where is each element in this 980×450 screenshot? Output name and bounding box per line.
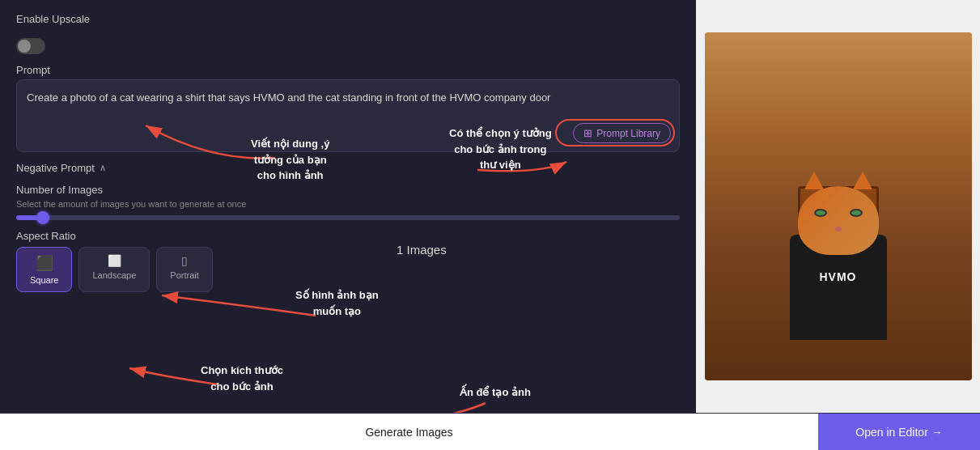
upscale-toggle-row [16,38,680,54]
open-editor-label: Open in Editor → [855,426,942,439]
toggle-knob [18,40,31,53]
landscape-icon: ⬜ [108,254,121,267]
upscale-toggle[interactable] [16,38,45,54]
negative-prompt-label: Negative Prompt [16,162,95,174]
generate-button[interactable]: Generate Images [0,414,818,450]
images-count-label: 1 Images [397,243,447,257]
cat-body: HVMO [782,178,895,340]
shirt-text: HVMO [820,270,857,283]
cat-head [798,186,879,255]
aspect-hint-text: Chọn kích thước cho bức ảnh [201,363,283,394]
prompt-label: Prompt [16,64,680,76]
aspect-portrait-button[interactable]: ▯ Portrait [156,247,212,292]
cat-ear-left [804,172,824,189]
aspect-square-button[interactable]: ⬛ Square [16,247,72,292]
cat-eye-right [850,209,863,217]
enable-upscale-label: Enable Upscale [16,13,90,25]
cat-ear-right [853,172,872,189]
aspect-landscape-button[interactable]: ⬜ Landscape [78,247,150,292]
generate-annotation: Ấn để tạo ảnh [460,384,531,401]
images-slider-track [16,215,680,220]
images-section: Number of Images Select the amount of im… [16,184,680,220]
open-editor-button[interactable]: Open in Editor → [818,414,980,450]
cat-nose [835,227,842,231]
aspect-options: ⬛ Square ⬜ Landscape ▯ Portrait [16,247,680,292]
library-btn-label: Prompt Library [596,128,660,139]
prompt-library-button[interactable]: ⊞ Prompt Library [573,123,671,143]
negative-prompt-row[interactable]: Negative Prompt ∧ [16,162,680,174]
aspect-ratio-label: Aspect Ratio [16,230,680,242]
generate-hint-text: Ấn để tạo ảnh [460,384,531,401]
portrait-icon: ▯ [181,254,188,267]
square-label: Square [30,275,58,285]
images-count-section-label: Number of Images [16,184,680,196]
prompt-section: Prompt Create a photo of a cat wearing a… [16,64,680,152]
right-panel: HVMO [696,0,980,413]
square-icon: ⬛ [36,254,53,272]
landscape-label: Landscape [92,270,136,280]
portrait-label: Portrait [170,270,198,280]
aspect-ratio-section: Aspect Ratio ⬛ Square ⬜ Landscape ▯ Port… [16,230,680,292]
cat-eye-left [814,209,827,217]
images-count-display: 1 Images [397,243,447,257]
slider-thumb[interactable] [36,211,49,224]
library-icon: ⊞ [583,127,592,139]
chevron-up-icon: ∧ [100,163,106,173]
aspect-annotation: Chọn kích thước cho bức ảnh [201,363,283,394]
prompt-textarea-wrapper: Create a photo of a cat wearing a shirt … [16,79,680,152]
enable-upscale-row: Enable Upscale [16,13,680,28]
prompt-input[interactable]: Create a photo of a cat wearing a shirt … [27,90,669,106]
cat-image: HVMO [705,32,972,380]
bottom-bar: Generate Images Open in Editor → [0,413,980,450]
images-sublabel: Select the amount of images you want to … [16,199,680,209]
